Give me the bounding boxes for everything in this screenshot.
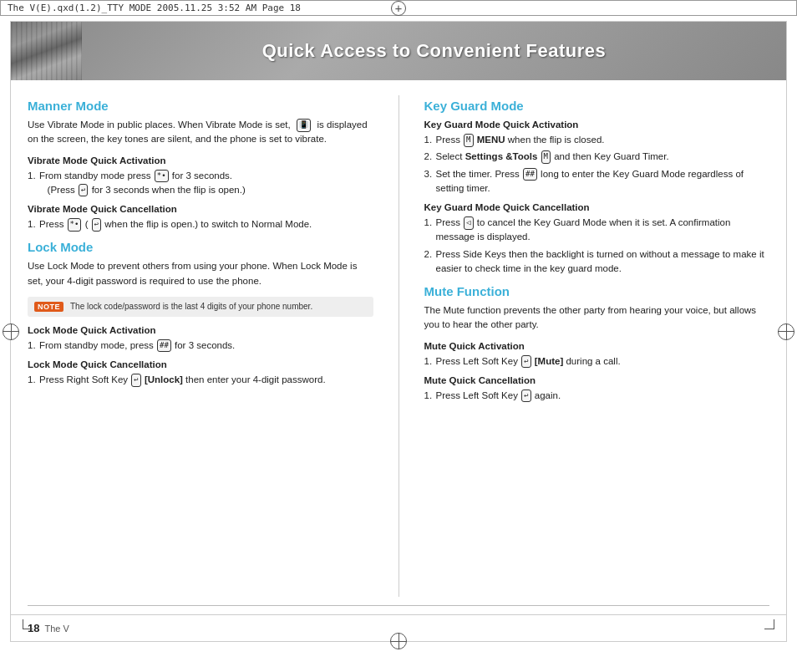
key-guard-section: Key Guard Mode Key Guard Mode Quick Acti…	[424, 99, 770, 276]
mute-cancellation-list: 1. Press Left Soft Key ↩ again.	[424, 389, 770, 403]
cancel-key-icon: ◁	[464, 216, 473, 230]
corner-bl	[23, 619, 33, 629]
mute-function-intro: The Mute function prevents the other par…	[424, 303, 770, 333]
note-box: NOTE The lock code/password is the last …	[28, 297, 373, 317]
banner-image	[11, 22, 82, 80]
page-banner: Quick Access to Convenient Features	[11, 22, 786, 80]
list-item: 1. From standby mode press *• for 3 seco…	[28, 169, 373, 198]
vibrate-activation-title: Vibrate Mode Quick Activation	[28, 155, 373, 165]
vibrate-icon: 📳	[297, 119, 311, 132]
top-bar-crosshair	[391, 1, 406, 16]
vibrate-cancellation-title: Vibrate Mode Quick Cancellation	[28, 204, 373, 214]
manner-mode-intro: Use Vibrate Mode in public places. When …	[28, 118, 373, 147]
mute-function-section: Mute Function The Mute function prevents…	[424, 284, 770, 403]
back-key-icon2: ↩	[92, 218, 101, 232]
menu-icon: M	[464, 134, 473, 147]
top-bar-text: The V(E).qxd(1.2)_TTY MODE 2005.11.25 3:…	[8, 3, 301, 13]
content-area: Manner Mode Use Vibrate Mode in public p…	[11, 80, 786, 605]
vibrate-cancellation-list: 1. Press *• ( ↩ when the flip is open.) …	[28, 217, 373, 232]
page-sub-text: The V	[44, 624, 69, 634]
list-item: 2. Select Settings &Tools M and then Key…	[424, 150, 770, 164]
lock-mode-title: Lock Mode	[28, 240, 373, 254]
top-bar: The V(E).qxd(1.2)_TTY MODE 2005.11.25 3:…	[0, 0, 797, 16]
back-key-icon: ↩	[79, 184, 88, 197]
lock-mode-intro: Use Lock Mode to prevent others from usi…	[28, 259, 373, 288]
left-column: Manner Mode Use Vibrate Mode in public p…	[28, 95, 373, 597]
key-guard-activation-title: Key Guard Mode Quick Activation	[424, 120, 770, 130]
star-key-icon: *•	[155, 170, 169, 183]
list-item: 1. Press Right Soft Key ↩ [Unlock] then …	[28, 373, 373, 387]
lock-activation-list: 1. From standby mode, press ## for 3 sec…	[28, 339, 373, 353]
hash-key-icon2: ##	[523, 168, 537, 181]
note-label: NOTE	[34, 302, 63, 312]
list-item: 2. Press Side Keys then the backlight is…	[424, 247, 770, 277]
list-item: 1. Press ◁ to cancel the Key Guard Mode …	[424, 216, 770, 245]
bottom-divider	[28, 605, 769, 606]
lock-cancellation-title: Lock Mode Quick Cancellation	[28, 359, 373, 369]
list-item: 3. Set the timer. Press ## long to enter…	[424, 167, 770, 196]
star-key-icon2: *•	[68, 218, 82, 232]
vertical-divider	[398, 95, 399, 597]
left-soft-key-icon: ↩	[521, 355, 530, 369]
crosshair-right	[778, 323, 794, 340]
manner-mode-title: Manner Mode	[28, 99, 373, 113]
manner-mode-section: Manner Mode Use Vibrate Mode in public p…	[28, 99, 373, 232]
key-guard-title: Key Guard Mode	[424, 99, 770, 113]
list-item: 1. Press M MENU when the flip is closed.	[424, 133, 770, 147]
corner-br	[764, 619, 774, 629]
crosshair-left	[3, 323, 19, 340]
banner-image-inner	[11, 22, 82, 80]
crosshair-bottom	[390, 633, 407, 649]
list-item: 1. Press Left Soft Key ↩ again.	[424, 389, 770, 403]
note-text: The lock code/password is the last 4 dig…	[70, 301, 312, 313]
mute-activation-list: 1. Press Left Soft Key ↩ [Mute] during a…	[424, 354, 770, 369]
lock-activation-title: Lock Mode Quick Activation	[28, 325, 373, 335]
lock-cancellation-list: 1. Press Right Soft Key ↩ [Unlock] then …	[28, 373, 373, 387]
mute-function-title: Mute Function	[424, 284, 770, 298]
list-item: 1. From standby mode, press ## for 3 sec…	[28, 339, 373, 353]
banner-title: Quick Access to Convenient Features	[82, 40, 786, 62]
list-item: 1. Press Left Soft Key ↩ [Mute] during a…	[424, 354, 770, 369]
vibrate-activation-list: 1. From standby mode press *• for 3 seco…	[28, 169, 373, 198]
mute-cancellation-title: Mute Quick Cancellation	[424, 375, 770, 385]
right-column: Key Guard Mode Key Guard Mode Quick Acti…	[424, 95, 770, 597]
settings-icon: M	[541, 150, 551, 164]
key-guard-cancellation-list: 1. Press ◁ to cancel the Key Guard Mode …	[424, 216, 770, 276]
list-item: 1. Press *• ( ↩ when the flip is open.) …	[28, 217, 373, 232]
soft-key-icon: ↩	[131, 374, 140, 387]
key-guard-cancellation-title: Key Guard Mode Quick Cancellation	[424, 202, 770, 212]
mute-activation-title: Mute Quick Activation	[424, 341, 770, 351]
page-wrapper: Quick Access to Convenient Features Mann…	[10, 21, 787, 642]
left-soft-key-icon2: ↩	[521, 389, 530, 403]
key-guard-activation-list: 1. Press M MENU when the flip is closed.…	[424, 133, 770, 196]
lock-mode-section: Lock Mode Use Lock Mode to prevent other…	[28, 240, 373, 387]
hash-key-icon: ##	[157, 339, 171, 353]
